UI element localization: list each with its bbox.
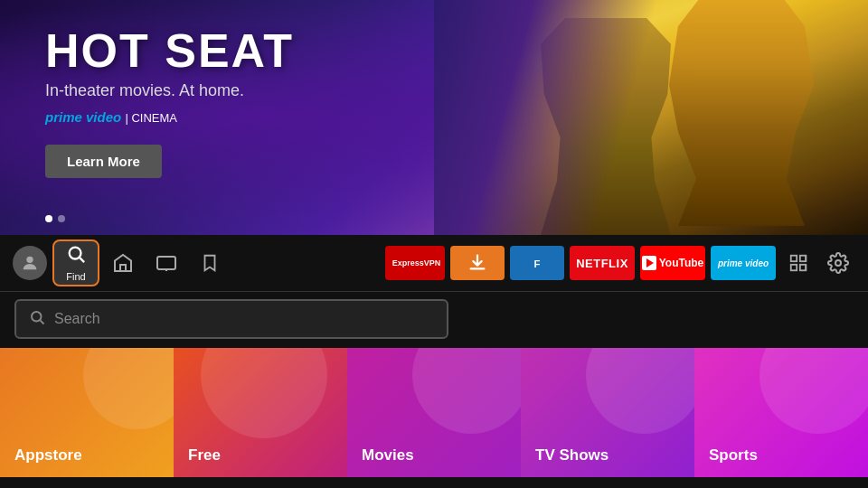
home-button[interactable]: [103, 243, 143, 283]
svg-rect-3: [120, 265, 126, 271]
learn-more-button[interactable]: Learn More: [45, 145, 162, 178]
hero-title: HOT SEAT: [45, 27, 294, 74]
app-netflix[interactable]: NETFLIX: [570, 246, 635, 280]
dot-1: [45, 215, 52, 222]
dot-2: [58, 215, 65, 222]
category-movies[interactable]: Movies: [347, 348, 521, 477]
svg-point-16: [835, 260, 841, 266]
svg-text:F: F: [534, 258, 541, 269]
tv-button[interactable]: [146, 243, 186, 283]
categories: Appstore Free Movies TV Shows Sports: [0, 348, 868, 477]
hero-banner: HOT SEAT In-theater movies. At home. pri…: [0, 0, 868, 235]
svg-rect-12: [791, 265, 797, 270]
navbar: Find ExpressVPN F NETFLIX: [0, 235, 868, 291]
category-sports-label: Sports: [709, 446, 758, 465]
search-bar-container: Search: [0, 291, 868, 348]
hero-dots: [45, 215, 65, 222]
svg-rect-11: [800, 256, 806, 261]
svg-point-17: [32, 312, 42, 322]
category-appstore-label: Appstore: [14, 446, 82, 465]
category-free[interactable]: Free: [174, 348, 347, 477]
category-tvshows[interactable]: TV Shows: [521, 348, 694, 477]
prime-logo: prime video | CINEMA: [45, 109, 177, 125]
search-bar-icon: [29, 309, 45, 330]
svg-rect-10: [791, 256, 797, 261]
find-button[interactable]: Find: [52, 239, 99, 286]
hero-image: [434, 0, 868, 235]
app-expressvpn[interactable]: ExpressVPN: [385, 246, 445, 280]
search-icon: [66, 244, 86, 269]
app-youtube[interactable]: YouTube: [640, 246, 705, 280]
hero-brand: prime video | CINEMA: [45, 109, 294, 125]
search-input[interactable]: Search: [54, 311, 100, 327]
app-grid-button[interactable]: [781, 246, 816, 280]
search-bar[interactable]: Search: [14, 299, 448, 339]
hero-diagonal: [434, 0, 868, 235]
settings-button[interactable]: [821, 246, 855, 280]
app-shortcuts: ExpressVPN F NETFLIX YouTube prime video: [385, 246, 855, 280]
category-tvshows-label: TV Shows: [535, 446, 609, 465]
cinema-label: | CINEMA: [125, 111, 177, 125]
bookmark-button[interactable]: [190, 243, 230, 283]
category-sports[interactable]: Sports: [694, 348, 868, 477]
app-prime[interactable]: prime video: [711, 246, 776, 280]
svg-rect-13: [800, 265, 806, 270]
app-downloader[interactable]: [450, 246, 505, 280]
app-filelinked[interactable]: F: [510, 246, 564, 280]
svg-point-1: [70, 248, 81, 259]
user-avatar[interactable]: [13, 246, 47, 280]
svg-line-2: [80, 258, 84, 262]
find-label: Find: [66, 271, 85, 282]
category-free-label: Free: [188, 446, 221, 465]
svg-line-18: [40, 320, 43, 324]
svg-rect-4: [157, 257, 175, 269]
category-appstore[interactable]: Appstore: [0, 348, 174, 477]
youtube-inner: YouTube: [642, 256, 704, 270]
youtube-label: YouTube: [659, 257, 704, 269]
hero-subtitle: In-theater movies. At home.: [45, 81, 294, 100]
youtube-play-icon: [642, 256, 656, 270]
hero-content: HOT SEAT In-theater movies. At home. pri…: [45, 27, 294, 178]
category-movies-label: Movies: [362, 446, 414, 465]
svg-point-0: [26, 257, 33, 263]
